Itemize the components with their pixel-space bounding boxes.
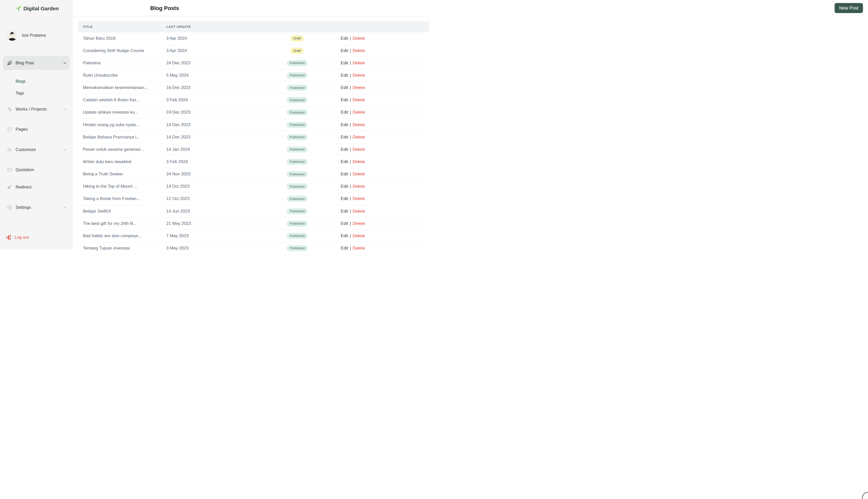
post-last-update: 3 Feb 2024 xyxy=(166,156,188,168)
status-badge: Published xyxy=(287,183,307,190)
delete-link[interactable]: Delete xyxy=(352,196,365,201)
edit-link[interactable]: Edit xyxy=(341,221,348,226)
post-title: Tahun Baru 2018 xyxy=(83,33,115,45)
post-last-update: 24 Nov 2023 xyxy=(166,168,190,180)
post-title: Catatan setelah 6 Bulan Ker... xyxy=(83,94,140,106)
status-badge: Published xyxy=(287,221,307,227)
edit-link[interactable]: Edit xyxy=(341,48,348,53)
sidebar-item-pages[interactable]: Pages xyxy=(3,124,70,134)
table-row: Palestina 24 Dec 2023 Published Edit | D… xyxy=(78,57,429,69)
post-title: Palestina xyxy=(83,57,100,69)
post-title: Rutin Unsubscribe xyxy=(83,69,118,82)
edit-link[interactable]: Edit xyxy=(341,85,348,90)
edit-link[interactable]: Edit xyxy=(341,196,348,201)
chevron-down-icon xyxy=(63,148,67,152)
delete-link[interactable]: Delete xyxy=(352,122,365,127)
delete-link[interactable]: Delete xyxy=(352,135,365,140)
sidebar-item-label: Quotation xyxy=(15,167,34,172)
edit-link[interactable]: Edit xyxy=(341,36,348,41)
delete-link[interactable]: Delete xyxy=(352,184,365,189)
actions-separator: | xyxy=(350,221,351,226)
feather-icon xyxy=(7,61,12,65)
delete-link[interactable]: Delete xyxy=(352,61,365,65)
edit-link[interactable]: Edit xyxy=(341,135,348,140)
table-row: Tentang Tujuan investasi 3 May 2023 Publ… xyxy=(78,242,429,250)
sidebar-item-label: Redirect xyxy=(15,185,32,190)
page-title: Blog Posts xyxy=(150,5,179,12)
delete-link[interactable]: Delete xyxy=(352,110,365,115)
actions-separator: | xyxy=(350,73,351,78)
status-badge: Draft xyxy=(290,48,303,54)
table-row: Hindari orang yg suka nyala... 14 Dec 20… xyxy=(78,119,429,131)
sidebar-item-label: Settings xyxy=(15,205,31,210)
post-title: Ikhtiar dulu baru tawakkal xyxy=(83,156,131,168)
sidebar-item-blog-post[interactable]: Blog Post xyxy=(3,56,70,70)
actions-separator: | xyxy=(350,147,351,152)
blog-posts-table: TITLE LAST UPDATE Tahun Baru 2018 3 Apr … xyxy=(78,21,429,250)
redirect-icon xyxy=(7,185,12,190)
logout-button[interactable]: Log out xyxy=(6,232,29,242)
delete-link[interactable]: Delete xyxy=(352,172,365,177)
edit-link[interactable]: Edit xyxy=(341,73,348,78)
table-header-row: TITLE LAST UPDATE xyxy=(78,21,429,33)
delete-link[interactable]: Delete xyxy=(352,48,365,53)
status-badge: Published xyxy=(287,208,307,214)
post-title: Being a Truth Seeker xyxy=(83,168,123,180)
status-badge: Published xyxy=(287,72,307,78)
edit-link[interactable]: Edit xyxy=(341,122,348,127)
document-icon xyxy=(7,127,12,132)
post-last-update: 16 Dec 2023 xyxy=(166,82,190,94)
status-badge: Published xyxy=(287,159,307,165)
table-row: The best gift for my 24th B... 21 May 20… xyxy=(78,218,429,230)
sidebar-item-redirect[interactable]: Redirect xyxy=(3,182,70,192)
edit-link[interactable]: Edit xyxy=(341,61,348,65)
delete-link[interactable]: Delete xyxy=(352,73,365,78)
edit-link[interactable]: Edit xyxy=(341,97,348,102)
delete-link[interactable]: Delete xyxy=(352,209,365,214)
post-title: Memaksimalkan kesementaraan... xyxy=(83,82,148,94)
sidebar-item-settings[interactable]: Settings xyxy=(3,203,70,212)
status-badge: Published xyxy=(287,122,307,128)
actions-separator: | xyxy=(350,233,351,239)
sidebar-item-blogs[interactable]: Blogs xyxy=(15,79,26,84)
sidebar-item-tags[interactable]: Tags xyxy=(15,91,24,96)
table-row: Rutin Unsubscribe 5 May 2024 Published E… xyxy=(78,69,429,82)
table-row: Hiking to the Top of Mount ... 14 Oct 20… xyxy=(78,180,429,193)
actions-separator: | xyxy=(350,48,351,53)
delete-link[interactable]: Delete xyxy=(352,233,365,239)
sidebar-item-customize[interactable]: Customize xyxy=(3,145,70,155)
delete-link[interactable]: Delete xyxy=(352,97,365,102)
post-last-update: 21 May 2023 xyxy=(166,218,191,230)
edit-link[interactable]: Edit xyxy=(341,209,348,214)
status-badge: Published xyxy=(287,85,307,91)
edit-link[interactable]: Edit xyxy=(341,184,348,189)
actions-separator: | xyxy=(350,61,351,65)
actions-separator: | xyxy=(350,246,351,250)
post-last-update: 24 Dec 2023 xyxy=(166,106,190,118)
sidebar-item-label: Customize xyxy=(15,147,36,152)
actions-separator: | xyxy=(350,85,351,90)
post-title: Considering Shift Nudge Course xyxy=(83,45,144,57)
edit-link[interactable]: Edit xyxy=(341,233,348,239)
post-title: Hiking to the Top of Mount ... xyxy=(83,180,137,193)
delete-link[interactable]: Delete xyxy=(352,36,365,41)
chevron-down-icon xyxy=(63,206,67,209)
table-row: Bad habits are also compoun... 7 May 202… xyxy=(78,230,429,242)
user-profile[interactable]: Iosi Pratama xyxy=(7,30,46,41)
edit-link[interactable]: Edit xyxy=(341,159,348,164)
delete-link[interactable]: Delete xyxy=(352,147,365,152)
sidebar-item-label: Works / Projects xyxy=(15,107,47,112)
edit-link[interactable]: Edit xyxy=(341,147,348,152)
delete-link[interactable]: Delete xyxy=(352,85,365,90)
sidebar-item-works-projects[interactable]: Works / Projects xyxy=(3,104,70,114)
delete-link[interactable]: Delete xyxy=(352,159,365,164)
edit-link[interactable]: Edit xyxy=(341,246,348,250)
edit-link[interactable]: Edit xyxy=(341,172,348,177)
edit-link[interactable]: Edit xyxy=(341,110,348,115)
table-row: Memaksimalkan kesementaraan... 16 Dec 20… xyxy=(78,82,429,94)
delete-link[interactable]: Delete xyxy=(352,221,365,226)
column-header-last-update: LAST UPDATE xyxy=(166,21,191,33)
sidebar-item-quotation[interactable]: Quotation xyxy=(3,165,70,175)
post-title: The best gift for my 24th B... xyxy=(83,218,137,230)
delete-link[interactable]: Delete xyxy=(352,246,365,250)
